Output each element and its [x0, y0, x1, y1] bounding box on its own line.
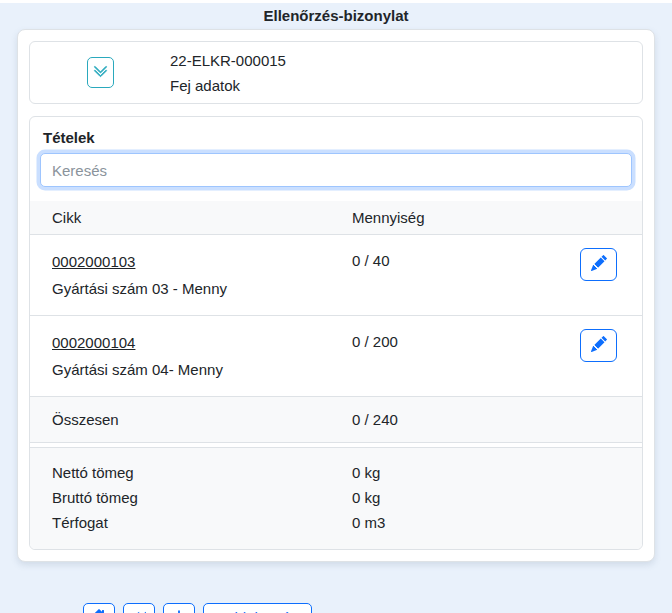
home-icon [91, 608, 107, 613]
table-row: 0002000104 Gyártási szám 04- Menny 0 / 2… [30, 315, 642, 396]
column-header-quantity: Mennyiség [352, 209, 580, 226]
summary-label: Térfogat [30, 510, 352, 535]
item-code-link[interactable]: 0002000103 [52, 253, 135, 270]
summary-value: 0 kg [352, 460, 642, 485]
chevrons-down-icon [93, 63, 108, 83]
summary-row: Térfogat 0 m3 [30, 510, 642, 535]
expand-header-button[interactable] [87, 57, 114, 88]
page-title: Ellenőrzés-bizonylat [0, 3, 672, 29]
items-section-title: Tételek [43, 129, 629, 146]
header-card: 22-ELKR-000015 Fej adatok [29, 41, 643, 104]
fast-backward-icon [131, 608, 148, 613]
table-header-row: Cikk Mennyiség [30, 201, 642, 234]
items-table: Cikk Mennyiség 0002000103 Gyártási szám … [30, 201, 642, 549]
plus-icon [171, 608, 187, 613]
summary-row: Nettó tömeg 0 kg [30, 460, 642, 485]
total-quantity: 0 / 240 [352, 411, 580, 428]
pencil-icon [591, 255, 607, 274]
document-panel: 22-ELKR-000015 Fej adatok Tételek Cikk M… [17, 29, 655, 562]
summary-value: 0 kg [352, 485, 642, 510]
summary-row: Bruttó tömeg 0 kg [30, 485, 642, 510]
summary-value: 0 m3 [352, 510, 642, 535]
footer-toolbar: Feldolgozás [83, 603, 672, 613]
item-quantity: 0 / 40 [352, 248, 580, 271]
item-quantity: 0 / 200 [352, 329, 580, 352]
item-description: Gyártási szám 04- Menny [52, 356, 352, 383]
summary-label: Nettó tömeg [30, 460, 352, 485]
process-button[interactable]: Feldolgozás [203, 603, 312, 613]
summary-label: Bruttó tömeg [30, 485, 352, 510]
back-button[interactable] [123, 603, 155, 613]
table-row: 0002000103 Gyártási szám 03 - Menny 0 / … [30, 234, 642, 315]
search-input[interactable] [40, 153, 632, 187]
item-description: Gyártási szám 03 - Menny [52, 275, 352, 302]
summary-section: Nettó tömeg 0 kg Bruttó tömeg 0 kg Térfo… [30, 447, 642, 549]
column-header-item: Cikk [30, 209, 352, 226]
home-button[interactable] [83, 603, 115, 613]
total-row: Összesen 0 / 240 [30, 396, 642, 442]
header-subtitle: Fej adatok [170, 73, 286, 98]
document-number: 22-ELKR-000015 [170, 48, 286, 73]
header-text-block: 22-ELKR-000015 Fej adatok [170, 48, 286, 98]
header-expand-column [30, 57, 170, 88]
edit-item-button[interactable] [580, 248, 617, 281]
edit-item-button[interactable] [580, 329, 617, 362]
pencil-icon [591, 336, 607, 355]
item-code-link[interactable]: 0002000104 [52, 334, 135, 351]
add-button[interactable] [163, 603, 195, 613]
total-label: Összesen [30, 411, 352, 428]
items-card: Tételek Cikk Mennyiség 0002000103 Gyártá… [29, 116, 643, 550]
